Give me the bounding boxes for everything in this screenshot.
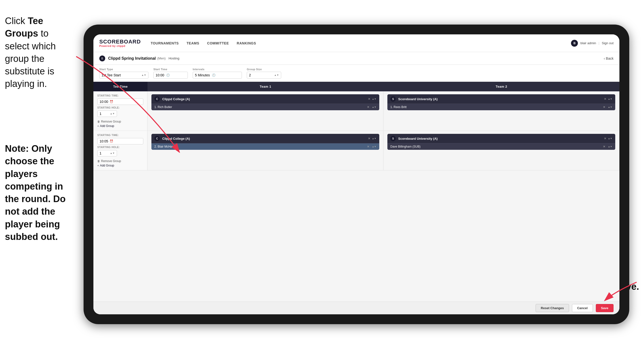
group-row-2: STARTING TIME: 10:05 ⏰ STARTING HOLE: 1 … bbox=[94, 131, 620, 170]
player-chevrons-1-1[interactable]: ▲▼ bbox=[372, 106, 376, 108]
settings-row: Start Type 1st Tee Start ▲▼ Start Time 1… bbox=[94, 65, 620, 82]
tee-left-2: STARTING TIME: 10:05 ⏰ STARTING HOLE: 1 … bbox=[94, 131, 148, 170]
remove-group-2[interactable]: 🗑 Remove Group bbox=[97, 159, 143, 163]
card-actions-t2-1: ✕ ▲▼ bbox=[604, 97, 612, 101]
nav-links: TOURNAMENTS TEAMS COMMITTEE RANKINGS bbox=[151, 40, 571, 46]
sub-header: B Clippd Spring Invitational (Men) Hosti… bbox=[94, 52, 620, 65]
start-type-group: Start Type 1st Tee Start ▲▼ bbox=[99, 68, 148, 79]
reset-changes-button[interactable]: Reset Changes bbox=[536, 304, 569, 312]
groups-scroll[interactable]: STARTING TIME: 10:00 ⏰ STARTING HOLE: 1 … bbox=[94, 91, 620, 302]
card-chevrons-1[interactable]: ▲▼ bbox=[372, 98, 376, 100]
hole-chevron-1[interactable]: ▲▼ bbox=[110, 112, 115, 115]
player-row-t2-1[interactable]: 1. Rees Britt ✕ ▲▼ bbox=[388, 104, 615, 110]
hole-chevron-2[interactable]: ▲▼ bbox=[110, 152, 115, 154]
starting-time-input-1[interactable]: 10:00 ⏰ bbox=[97, 98, 143, 105]
player-name-2-1: 2. Blair McHarg bbox=[154, 145, 364, 148]
player-chevrons-2-1[interactable]: ▲▼ bbox=[372, 146, 376, 148]
pipe-separator: | bbox=[598, 41, 599, 45]
group-size-input[interactable]: 2 ▲▼ bbox=[247, 72, 281, 79]
player-row-1-1[interactable]: 1. Rich Butler ✕ ▲▼ bbox=[152, 104, 379, 110]
starting-hole-input-2[interactable]: 1 ▲▼ bbox=[97, 150, 117, 156]
header-team1: Team 1 bbox=[148, 82, 384, 91]
team2-name-2: Scoreboard University (A) bbox=[398, 137, 602, 140]
starting-time-input-2[interactable]: 10:05 ⏰ bbox=[97, 138, 143, 144]
team1-logo-1: C bbox=[154, 96, 160, 102]
action-links-1: 🗑 Remove Group + Add Group bbox=[97, 120, 143, 128]
table-header: Tee Time Team 1 Team 2 bbox=[94, 82, 620, 91]
team2-card-header-1: S Scoreboard University (A) ✕ ▲▼ bbox=[388, 94, 615, 104]
start-time-label: Start Time bbox=[154, 68, 188, 71]
player-x-1-1[interactable]: ✕ bbox=[367, 105, 370, 109]
tee-clock-1: ⏰ bbox=[110, 100, 113, 103]
back-link[interactable]: ‹ Back bbox=[604, 56, 614, 60]
team2-panel-2: S Scoreboard University (A) ✕ ▲▼ Dave Bi… bbox=[384, 131, 620, 170]
starting-hole-input-1[interactable]: 1 ▲▼ bbox=[97, 110, 117, 117]
card-x-2[interactable]: ✕ bbox=[368, 137, 370, 140]
note-text: Note: Only choose the players competing … bbox=[0, 142, 79, 243]
instruction-text: Click Tee Groups to select which group t… bbox=[0, 15, 76, 90]
card-chevrons-2[interactable]: ▲▼ bbox=[372, 137, 376, 139]
logo-sub: Powered by clippd bbox=[99, 44, 141, 47]
player-row-2-1[interactable]: 2. Blair McHarg ✕ ▲▼ bbox=[152, 143, 379, 150]
team2-card-2[interactable]: S Scoreboard University (A) ✕ ▲▼ Dave Bi… bbox=[388, 134, 615, 150]
tournament-name: Clippd Spring Invitational bbox=[108, 56, 156, 61]
nav-tournaments[interactable]: TOURNAMENTS bbox=[151, 40, 179, 46]
start-type-label: Start Type bbox=[99, 68, 148, 71]
card-x-t2-2[interactable]: ✕ bbox=[604, 137, 606, 140]
nav-teams[interactable]: TEAMS bbox=[186, 40, 199, 46]
nav-committee[interactable]: COMMITTEE bbox=[207, 40, 229, 46]
sign-out-link[interactable]: Sign out bbox=[602, 41, 614, 45]
player-row-t2-2[interactable]: Dave Billingham (SUB) ✕ ▲▼ bbox=[388, 143, 615, 150]
nav-rankings[interactable]: RANKINGS bbox=[237, 40, 256, 46]
add-group-1[interactable]: + Add Group bbox=[97, 124, 143, 128]
card-chevrons-t2-1[interactable]: ▲▼ bbox=[608, 98, 612, 100]
user-avatar: B bbox=[571, 40, 578, 47]
player-name-t2-2: Dave Billingham (SUB) bbox=[390, 145, 600, 148]
group-size-group: Group Size 2 ▲▼ bbox=[247, 68, 281, 79]
team1-card-2[interactable]: C Clippd College (A) ✕ ▲▼ 2. Blair McHar… bbox=[152, 134, 379, 150]
start-time-input[interactable]: 10:00 🕙 bbox=[154, 72, 188, 79]
player-chevrons-t2-2[interactable]: ▲▼ bbox=[608, 146, 612, 148]
start-time-value: 10:00 bbox=[156, 73, 164, 77]
player-x-2-1[interactable]: ✕ bbox=[367, 145, 370, 148]
tablet-screen: SCOREBOARD Powered by clippd TOURNAMENTS… bbox=[94, 34, 620, 314]
tablet-device: SCOREBOARD Powered by clippd TOURNAMENTS… bbox=[84, 24, 629, 324]
add-group-2[interactable]: + Add Group bbox=[97, 164, 143, 167]
remove-group-1[interactable]: 🗑 Remove Group bbox=[97, 120, 143, 123]
player-name-t2-1: 1. Rees Britt bbox=[390, 105, 600, 109]
team2-logo-2: S bbox=[390, 136, 396, 141]
group-size-label: Group Size bbox=[247, 68, 281, 71]
card-actions-2: ✕ ▲▼ bbox=[368, 137, 376, 140]
save-button[interactable]: Save bbox=[596, 304, 614, 312]
group-size-chevron[interactable]: ▲▼ bbox=[274, 74, 279, 76]
cancel-button[interactable]: Cancel bbox=[572, 304, 593, 312]
card-x-1[interactable]: ✕ bbox=[368, 97, 370, 101]
navbar: SCOREBOARD Powered by clippd TOURNAMENTS… bbox=[94, 34, 620, 52]
starting-hole-label-1: STARTING HOLE: bbox=[97, 106, 143, 109]
team1-card-header-1: C Clippd College (A) ✕ ▲▼ bbox=[152, 94, 379, 104]
team1-logo-2: C bbox=[154, 136, 160, 141]
starting-hole-label-2: STARTING HOLE: bbox=[97, 146, 143, 149]
start-type-input[interactable]: 1st Tee Start ▲▼ bbox=[99, 72, 148, 79]
team2-logo-1: S bbox=[390, 96, 396, 102]
group-size-value: 2 bbox=[249, 73, 251, 77]
starting-time-label-1: STARTING TIME: bbox=[97, 94, 143, 97]
card-x-t2-1[interactable]: ✕ bbox=[604, 97, 606, 101]
group-row: STARTING TIME: 10:00 ⏰ STARTING HOLE: 1 … bbox=[94, 91, 620, 131]
team1-card-1[interactable]: C Clippd College (A) ✕ ▲▼ 1. Rich Butler… bbox=[152, 94, 379, 110]
start-type-chevron[interactable]: ▲▼ bbox=[141, 74, 146, 76]
player-x-t2-1[interactable]: ✕ bbox=[603, 105, 606, 109]
player-chevrons-t2-1[interactable]: ▲▼ bbox=[608, 106, 612, 108]
card-actions-t2-2: ✕ ▲▼ bbox=[604, 137, 612, 140]
team2-name-1: Scoreboard University (A) bbox=[398, 97, 602, 101]
header-tee-time: Tee Time bbox=[94, 82, 148, 91]
team2-card-1[interactable]: S Scoreboard University (A) ✕ ▲▼ 1. Rees… bbox=[388, 94, 615, 110]
card-chevrons-t2-2[interactable]: ▲▼ bbox=[608, 137, 612, 139]
team1-name-2: Clippd College (A) bbox=[162, 137, 366, 140]
team1-name-1: Clippd College (A) bbox=[162, 97, 366, 101]
interval-clock-icon: 🕙 bbox=[212, 73, 216, 77]
start-type-value: 1st Tee Start bbox=[102, 73, 121, 77]
intervals-input[interactable]: 5 Minutes 🕙 bbox=[193, 72, 242, 79]
player-x-t2-2[interactable]: ✕ bbox=[603, 145, 606, 148]
team1-panel-2: C Clippd College (A) ✕ ▲▼ 2. Blair McHar… bbox=[148, 131, 384, 170]
